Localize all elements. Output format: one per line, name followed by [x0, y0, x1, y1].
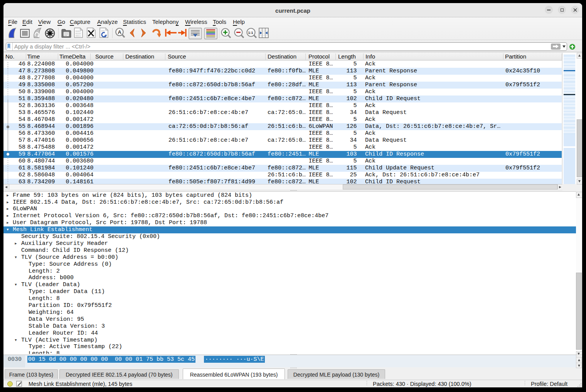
- svg-text:0011: 0011: [76, 35, 81, 37]
- svg-text:A: A: [118, 29, 122, 35]
- svg-text:101: 101: [101, 30, 105, 32]
- svg-text:1:1: 1:1: [248, 31, 253, 35]
